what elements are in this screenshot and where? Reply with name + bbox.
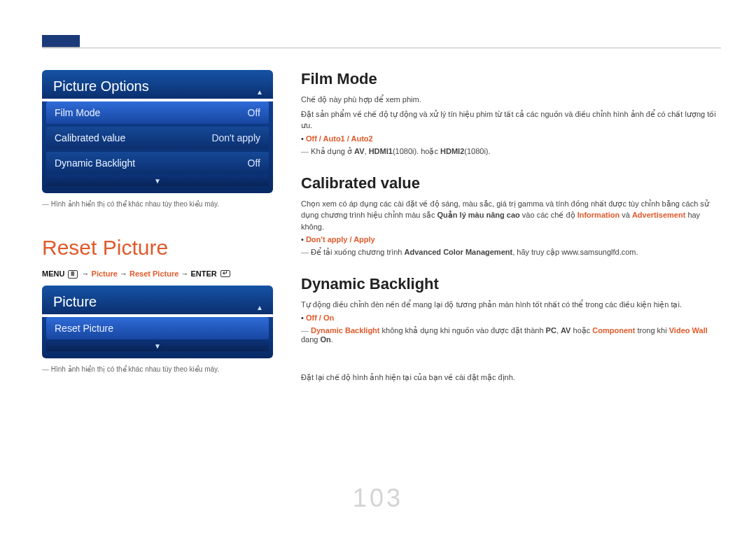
film-mode-desc-1: Chế độ này phù hợp để xem phim. (301, 94, 721, 106)
dynamic-options: Off / On (301, 314, 721, 322)
heading-reset-picture: Reset Picture (42, 236, 273, 260)
osd-title-text: Picture (53, 294, 97, 309)
chevron-up-icon: ▲ (256, 304, 263, 311)
osd-title-picture-options: Picture Options ▲ (42, 70, 273, 99)
film-mode-options: Off / Auto1 / Auto2 (301, 134, 721, 143)
film-mode-note: Khả dụng ở AV, HDMI1(1080i). hoặc HDMI2(… (301, 147, 721, 156)
heading-calibrated-value: Calibrated value (301, 174, 721, 192)
enter-icon (220, 270, 230, 277)
osd-row-label: Calibrated value (55, 132, 125, 143)
path-picture: Picture (92, 269, 118, 278)
chevron-down-icon: ▼ (46, 339, 269, 351)
osd-row-dynamic-backlight[interactable]: Dynamic Backlight Off (46, 152, 269, 174)
film-mode-desc-2: Đặt sản phẩm về chế độ tự động và xử lý … (301, 108, 721, 132)
footnote-image-vary-1: Hình ảnh hiển thị có thể khác nhau tùy t… (42, 200, 273, 208)
section-film-mode: Film Mode Chế độ này phù hợp để xem phim… (301, 70, 721, 156)
arrow-icon: → (82, 269, 92, 278)
menu-icon: Ⅲ (68, 270, 78, 279)
osd-title-picture: Picture ▲ (42, 286, 273, 314)
section-dynamic-backlight: Dynamic Backlight Tự động điều chỉnh đèn… (301, 275, 721, 344)
arrow-icon: → (181, 269, 190, 278)
heading-dynamic-backlight: Dynamic Backlight (301, 275, 721, 293)
reset-picture-desc: Đặt lại chế độ hình ảnh hiện tại của bạn… (301, 372, 721, 384)
osd-row-value: Off (248, 107, 260, 118)
header-accent-bar (42, 35, 80, 48)
section-reset-picture-desc: Đặt lại chế độ hình ảnh hiện tại của bạn… (301, 372, 721, 384)
osd-title-text: Picture Options (53, 78, 149, 94)
enter-kw: ENTER (190, 269, 216, 278)
footnote-image-vary-2: Hình ảnh hiển thị có thể khác nhau tùy t… (42, 365, 273, 373)
chevron-up-icon: ▲ (256, 88, 263, 96)
osd-picture-options: Picture Options ▲ Film Mode Off Calibrat… (42, 70, 273, 193)
dynamic-note: Dynamic Backlight không khả dụng khi ngu… (301, 326, 721, 344)
section-calibrated-value: Calibrated value Chọn xem có áp dụng các… (301, 174, 721, 258)
arrow-icon: → (120, 269, 130, 278)
dynamic-desc: Tự động điều chỉnh đèn nền để mang lại đ… (301, 299, 721, 311)
osd-row-label: Dynamic Backlight (55, 157, 135, 169)
calibrated-note: Để tải xuống chương trình Advanced Color… (301, 248, 721, 257)
osd-row-reset-picture[interactable]: Reset Picture (46, 317, 269, 339)
osd-row-label: Reset Picture (55, 323, 113, 334)
osd-row-value: Don't apply (211, 132, 260, 143)
chevron-down-icon: ▼ (46, 174, 269, 186)
calibrated-options: Don't apply / Apply (301, 235, 721, 244)
calibrated-desc: Chọn xem có áp dụng các cài đặt về độ sá… (301, 198, 721, 233)
osd-row-film-mode[interactable]: Film Mode Off (46, 101, 269, 124)
menu-navigation-path: MENU Ⅲ → Picture → Reset Picture → ENTER (42, 269, 273, 279)
osd-picture: Picture ▲ Reset Picture ▼ (42, 286, 273, 358)
osd-row-value: Off (248, 157, 260, 169)
osd-row-label: Film Mode (55, 107, 100, 118)
osd-row-calibrated-value[interactable]: Calibrated value Don't apply (46, 127, 269, 149)
page-number: 103 (0, 484, 756, 513)
header-rule (42, 48, 721, 48)
path-reset-picture: Reset Picture (130, 269, 178, 278)
menu-kw: MENU (42, 269, 64, 278)
heading-film-mode: Film Mode (301, 70, 721, 88)
